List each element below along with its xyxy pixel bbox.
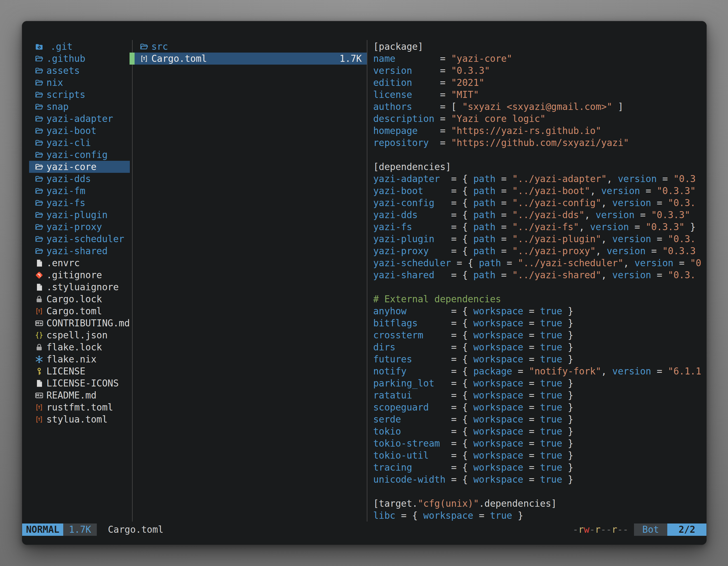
folder-icon	[35, 102, 44, 111]
file-row[interactable]: Cargo.toml1.7K	[135, 53, 367, 65]
file-name: snap	[46, 101, 69, 112]
file-name: flake.nix	[46, 354, 97, 365]
preview-line: homepage = "https://yazi-rs.github.io"	[373, 125, 701, 137]
dir-row[interactable]: .github	[29, 53, 130, 65]
size-badge: 1.7K	[63, 523, 97, 536]
preview-line: [dependencies]	[373, 161, 701, 173]
dir-row[interactable]: yazi-core	[29, 161, 130, 173]
file-permissions: -rw-r--r--	[573, 523, 628, 536]
file-row[interactable]: .styluaignore	[29, 281, 130, 293]
preview-line: [package]	[373, 41, 701, 53]
file-row[interactable]: Cargo.toml	[29, 305, 130, 317]
preview-line: anyhow = { workspace = true }	[373, 305, 701, 317]
preview-line: description = "Yazi core logic"	[373, 113, 701, 125]
file-name: flake.lock	[46, 342, 102, 353]
file-row[interactable]: cspell.json	[29, 329, 130, 341]
folder-icon	[140, 42, 149, 51]
preview-line: yazi-shared = { path = "../yazi-shared",…	[373, 269, 701, 281]
current-directory-pane: srcCargo.toml1.7K	[132, 41, 367, 65]
parent-directory-pane: .git.githubassetsnixscriptssnapyazi-adap…	[29, 41, 130, 425]
file-row[interactable]: Cargo.lock	[29, 293, 130, 305]
folder-icon	[35, 126, 44, 135]
dir-row[interactable]: .git	[29, 41, 130, 53]
file-row[interactable]: LICENSE-ICONS	[29, 377, 130, 389]
counter-badge: 2/2	[667, 523, 706, 536]
selection-marker	[130, 53, 135, 65]
dir-row[interactable]: yazi-config	[29, 149, 130, 161]
file-icon	[35, 379, 44, 388]
preview-line	[373, 149, 701, 161]
dir-row[interactable]: snap	[29, 101, 130, 113]
dir-row[interactable]: yazi-boot	[29, 125, 130, 137]
file-size: 1.7K	[340, 53, 367, 64]
status-filename: Cargo.toml	[108, 523, 164, 536]
folder-icon	[35, 66, 44, 75]
file-name: yazi-fm	[46, 186, 85, 196]
file-name: LICENSE-ICONS	[46, 378, 119, 389]
folder-icon	[35, 235, 44, 244]
file-icon	[35, 259, 44, 268]
dir-row[interactable]: yazi-fm	[29, 185, 130, 197]
preview-line: dirs = { workspace = true }	[373, 341, 701, 353]
folder-icon	[35, 211, 44, 220]
dir-row[interactable]: yazi-plugin	[29, 209, 130, 221]
preview-line: [target."cfg(unix)".dependencies]	[373, 497, 701, 509]
file-row[interactable]: CONTRIBUTING.md	[29, 317, 130, 329]
folder-icon	[35, 163, 44, 172]
folder-icon	[35, 151, 44, 159]
dir-row[interactable]: yazi-proxy	[29, 221, 130, 233]
folder-icon	[35, 223, 44, 232]
toml-icon	[35, 307, 44, 316]
status-spacer	[163, 523, 573, 536]
dir-row[interactable]: assets	[29, 65, 130, 77]
file-row[interactable]: stylua.toml	[29, 413, 130, 425]
file-name: Cargo.toml	[151, 53, 207, 64]
dir-row[interactable]: yazi-adapter	[29, 113, 130, 125]
dir-row[interactable]: yazi-fs	[29, 197, 130, 209]
dir-row[interactable]: yazi-scheduler	[29, 233, 130, 245]
file-row[interactable]: .gitignore	[29, 269, 130, 281]
folder-icon	[35, 90, 44, 99]
file-name: yazi-adapter	[46, 113, 113, 124]
preview-line: yazi-config = { path = "../yazi-config",…	[373, 197, 701, 209]
preview-line: yazi-plugin = { path = "../yazi-plugin",…	[373, 233, 701, 245]
file-name: yazi-dds	[46, 173, 91, 184]
dir-row[interactable]: yazi-dds	[29, 173, 130, 185]
file-row[interactable]: LICENSE	[29, 365, 130, 377]
lock-icon	[35, 343, 44, 352]
dir-row[interactable]: yazi-shared	[29, 245, 130, 257]
braces-icon	[35, 331, 44, 340]
file-name: yazi-core	[46, 161, 97, 172]
preview-line: yazi-fs = { path = "../yazi-fs", version…	[373, 221, 701, 233]
dir-row[interactable]: scripts	[29, 89, 130, 101]
toml-icon	[140, 54, 149, 63]
folder-icon	[35, 54, 44, 63]
file-row[interactable]: README.md	[29, 389, 130, 401]
folder-icon	[35, 187, 44, 196]
file-name: scripts	[46, 89, 85, 100]
dir-row[interactable]: src	[135, 41, 367, 53]
dir-row[interactable]: yazi-cli	[29, 137, 130, 149]
file-row[interactable]: flake.nix	[29, 353, 130, 365]
lock-icon	[35, 295, 44, 304]
file-name: .git	[50, 41, 72, 52]
position-badge: Bot	[634, 523, 668, 536]
file-name: yazi-cli	[46, 137, 91, 148]
git-icon	[35, 271, 44, 280]
preview-line	[373, 281, 701, 293]
file-row[interactable]: rustfmt.toml	[29, 401, 130, 413]
preview-line: crossterm = { workspace = true }	[373, 329, 701, 341]
file-row[interactable]: .envrc	[29, 257, 130, 269]
preview-line: scopeguard = { workspace = true }	[373, 401, 701, 413]
terminal-window: .git.githubassetsnixscriptssnapyazi-adap…	[22, 21, 707, 545]
preview-line: yazi-dds = { path = "../yazi-dds", versi…	[373, 209, 701, 221]
file-row[interactable]: flake.lock	[29, 341, 130, 353]
folder-icon	[35, 175, 44, 184]
folder-icon	[35, 199, 44, 208]
status-bar: NORMAL 1.7K Cargo.toml -rw-r--r-- Bot 2/…	[22, 523, 706, 536]
preview-line: tokio-util = { workspace = true }	[373, 449, 701, 461]
file-name: .gitignore	[46, 270, 102, 281]
dir-row[interactable]: nix	[29, 77, 130, 89]
preview-line: yazi-boot = { path = "../yazi-boot", ver…	[373, 185, 701, 197]
file-name: assets	[46, 65, 80, 76]
